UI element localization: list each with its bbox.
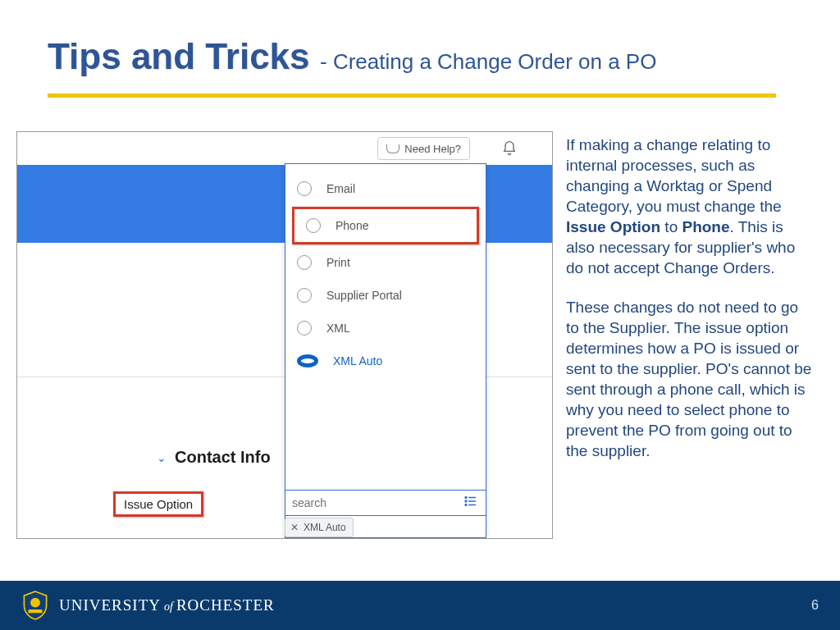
option-label: Phone [336,219,368,232]
screenshot-frame: Need Help? Email Phone Print Supplier Po… [16,131,553,539]
chevron-down-icon: ⌄ [157,451,167,464]
chip-label: XML Auto [304,522,346,533]
issue-option-search[interactable] [285,490,486,516]
radio-icon [297,255,312,270]
svg-point-2 [465,500,467,502]
paragraph-1: If making a change relating to internal … [566,135,812,279]
option-label: XML [326,322,350,335]
option-label: Print [326,256,350,269]
slide-footer: UNIVERSITYofROCHESTER 6 [0,581,840,630]
svg-point-0 [465,497,467,499]
university-name: UNIVERSITYofROCHESTER [59,596,275,614]
issue-option-dropdown[interactable]: Email Phone Print Supplier Portal XML XM… [285,163,486,538]
radio-icon [297,288,312,303]
contact-info-label: Contact Info [175,448,271,467]
svg-rect-7 [29,609,43,613]
issue-option-text: Issue Option [124,497,193,511]
help-icon [386,144,399,153]
option-label: Supplier Portal [326,289,402,302]
close-icon[interactable]: ✕ [290,522,299,533]
option-label: XML Auto [333,354,382,368]
screenshot-topbar: Need Help? [17,132,552,165]
radio-icon [297,354,318,368]
radio-icon [297,181,312,196]
option-supplier-portal[interactable]: Supplier Portal [285,279,486,312]
option-print[interactable]: Print [285,246,486,279]
title-rule [48,94,776,98]
radio-icon [306,218,321,233]
selected-chip-xml-auto[interactable]: ✕ XML Auto [285,518,354,537]
title-sub: - Creating a Change Order on a PO [320,49,656,74]
need-help-button[interactable]: Need Help? [377,137,470,160]
svg-point-4 [465,504,467,506]
contact-info-heading[interactable]: ⌄ Contact Info [157,448,271,467]
paragraph-2: These changes do not need to go to the S… [566,297,812,462]
option-xml-auto[interactable]: XML Auto [285,345,486,377]
need-help-label: Need Help? [404,143,461,155]
svg-point-6 [30,598,40,608]
issue-option-label: Issue Option [113,491,203,517]
search-input[interactable] [285,496,461,509]
radio-icon [297,321,312,336]
page-number: 6 [811,598,819,613]
list-icon[interactable] [461,494,486,512]
title-main: Tips and Tricks [48,36,310,76]
university-seal-icon [21,590,49,621]
option-phone[interactable]: Phone [292,207,479,244]
explanatory-text: If making a change relating to internal … [566,135,812,479]
option-email[interactable]: Email [285,172,486,205]
option-label: Email [326,182,355,195]
option-xml[interactable]: XML [285,312,486,345]
slide-title: Tips and Tricks - Creating a Change Orde… [48,36,776,77]
notification-bell-icon[interactable] [501,140,518,160]
